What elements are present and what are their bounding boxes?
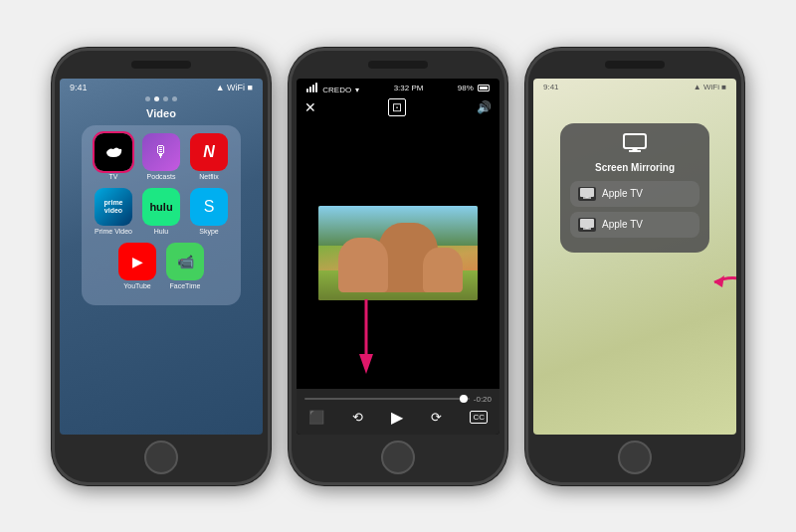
- netflix-label: Netflix: [199, 173, 218, 180]
- appletv-option-2[interactable]: Apple TV: [570, 212, 699, 238]
- skype-app[interactable]: S Skype: [190, 188, 228, 235]
- facetime-label: FaceTime: [170, 282, 201, 289]
- volume-down-3: [525, 208, 527, 250]
- skype-symbol: S: [204, 198, 215, 216]
- phone2-video-screen: CREDO ▾ 3:32 PM 98% ✕ ⊡ 🔊: [297, 79, 499, 435]
- close-button[interactable]: ✕: [304, 99, 316, 115]
- app-row-3: ▶ YouTube 📹 FaceTime: [90, 243, 233, 289]
- arrow-to-controls: [351, 299, 381, 379]
- phone-2: CREDO ▾ 3:32 PM 98% ✕ ⊡ 🔊: [289, 48, 507, 485]
- time-display-3: 9:41: [543, 83, 559, 91]
- status-icons: ▲ WiFi ■: [216, 83, 253, 92]
- status-icons-3: ▲ WiFi ■: [694, 83, 726, 91]
- power-button: [269, 130, 271, 180]
- playback-buttons: ⬛ ⟲ ▶ ⟳ CC: [304, 408, 492, 427]
- home-button[interactable]: [144, 441, 178, 474]
- screen-mirroring-panel: Screen Mirroring Apple TV: [560, 123, 709, 253]
- rewind-button[interactable]: ⟲: [352, 410, 363, 425]
- appletv-option-1[interactable]: Apple TV: [570, 181, 699, 207]
- video-thumbnail: [318, 206, 478, 300]
- svg-rect-4: [580, 188, 594, 197]
- svg-rect-6: [580, 219, 594, 228]
- netflix-symbol: N: [203, 143, 215, 161]
- appletv-app[interactable]: TV: [95, 133, 132, 180]
- facetime-symbol: 📹: [177, 254, 194, 269]
- netflix-app[interactable]: N Netflix: [190, 133, 228, 180]
- volume-up-button: [52, 158, 54, 200]
- hulu-symbol: hulu: [149, 201, 172, 213]
- svg-marker-8: [714, 275, 724, 287]
- facetime-app[interactable]: 📹 FaceTime: [166, 243, 204, 289]
- podcasts-app[interactable]: 🎙 Podcasts: [142, 133, 180, 180]
- youtube-icon: ▶: [118, 243, 156, 280]
- time-remaining: -0:20: [474, 395, 492, 404]
- youtube-app[interactable]: ▶ YouTube: [118, 243, 156, 289]
- video-folder[interactable]: Video TV: [60, 107, 263, 305]
- app-row-1: TV 🎙 Podcasts N Netflix: [90, 133, 233, 180]
- video-top-controls: ✕ ⊡ 🔊: [297, 96, 499, 118]
- skype-icon: S: [190, 188, 228, 226]
- pip-button[interactable]: ⊡: [388, 98, 406, 116]
- appletv-label-1: Apple TV: [602, 188, 643, 199]
- svg-rect-2: [624, 134, 646, 148]
- youtube-symbol: ▶: [132, 254, 143, 269]
- carrier-signal: CREDO ▾: [306, 83, 359, 94]
- hulu-icon: hulu: [142, 188, 180, 226]
- phone1-homescreen: 9:41 ▲ WiFi ■ Video: [60, 79, 263, 435]
- progress-thumb[interactable]: [460, 395, 468, 403]
- subtitles-button[interactable]: CC: [470, 411, 488, 424]
- hulu-app[interactable]: hulu Hulu: [142, 188, 180, 235]
- primevideo-app[interactable]: primevideo Prime Video: [95, 188, 132, 235]
- app-row-2: primevideo Prime Video hulu Hulu: [90, 188, 233, 235]
- hulu-label: Hulu: [154, 228, 168, 235]
- pink-arrow-mirroring: [704, 248, 736, 307]
- silent-switch: [52, 120, 54, 148]
- status-bar-2: CREDO ▾ 3:32 PM 98%: [297, 79, 499, 96]
- status-bar-3: 9:41 ▲ WiFi ■: [533, 79, 736, 93]
- mirroring-icon: [623, 133, 647, 158]
- appletv-icon: [95, 133, 132, 171]
- screen-mirror-icon: [623, 133, 647, 153]
- progress-bar[interactable]: [304, 398, 470, 400]
- svg-marker-1: [359, 354, 373, 374]
- forward-button[interactable]: ⟳: [431, 410, 442, 425]
- phone-3: 9:41 ▲ WiFi ■: [525, 48, 744, 485]
- folder-background: TV 🎙 Podcasts N Netflix: [82, 125, 241, 305]
- primevideo-label: Prime Video: [95, 228, 132, 235]
- folder-label: Video: [146, 107, 176, 119]
- appletv-option-icon-2: [578, 218, 596, 232]
- elephant-medium: [338, 238, 388, 292]
- skype-label: Skype: [199, 228, 218, 235]
- appletv-label-2: Apple TV: [602, 219, 643, 230]
- screen-content: Screen Mirroring Apple TV: [533, 93, 736, 435]
- phone3-mirroring-screen: 9:41 ▲ WiFi ■: [533, 79, 736, 435]
- volume-down-button: [52, 208, 54, 250]
- status-bar: 9:41 ▲ WiFi ■: [60, 79, 263, 94]
- podcasts-symbol: 🎙: [153, 143, 169, 161]
- home-button-2[interactable]: [381, 441, 415, 474]
- youtube-label: YouTube: [123, 282, 151, 289]
- mirroring-title: Screen Mirroring: [595, 162, 675, 173]
- facetime-icon: 📹: [166, 243, 204, 280]
- highlight-border: [93, 131, 134, 173]
- tv-icon-small-1: [580, 188, 594, 199]
- play-button[interactable]: ▶: [391, 408, 403, 427]
- power-button-2: [505, 130, 507, 180]
- phone1-screen: 9:41 ▲ WiFi ■ Video: [60, 79, 263, 435]
- video-player-area[interactable]: [297, 118, 499, 389]
- netflix-icon: N: [190, 133, 228, 171]
- volume-down-2: [289, 208, 291, 250]
- audio-button[interactable]: 🔊: [477, 100, 492, 114]
- primevideo-icon: primevideo: [95, 188, 132, 226]
- time-display: 9:41: [70, 83, 88, 92]
- airplay-button[interactable]: ⬛: [308, 410, 324, 425]
- home-button-3[interactable]: [618, 441, 652, 474]
- tv-icon-small-2: [580, 219, 594, 230]
- video-controls[interactable]: -0:20 ⬛ ⟲ ▶ ⟳ CC: [297, 389, 499, 435]
- podcasts-label: Podcasts: [147, 173, 176, 180]
- time-display-2: 3:32 PM: [394, 84, 424, 92]
- progress-bar-container[interactable]: -0:20: [304, 395, 492, 404]
- power-button-3: [742, 130, 744, 180]
- appletv-label: TV: [109, 173, 118, 180]
- battery-display: 98%: [458, 84, 490, 92]
